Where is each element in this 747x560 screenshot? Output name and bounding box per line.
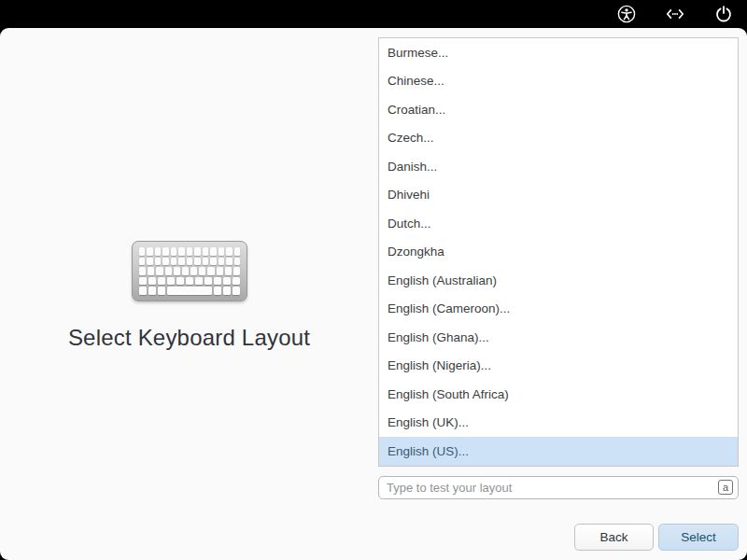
page-title: Select Keyboard Layout <box>0 325 378 351</box>
keyboard-layout-list[interactable]: Burmese... Chinese... Croatian... Czech.… <box>378 37 739 467</box>
list-item[interactable]: Czech... <box>379 124 738 153</box>
list-item[interactable]: Dzongkha <box>379 238 738 267</box>
list-item[interactable]: Danish... <box>379 152 738 181</box>
list-item[interactable]: English (Ghana)... <box>379 323 738 352</box>
back-button[interactable]: Back <box>574 524 654 551</box>
list-item[interactable]: English (South Africa) <box>379 380 738 409</box>
layout-test-input[interactable] <box>378 476 739 499</box>
list-item[interactable]: English (UK)... <box>379 409 738 438</box>
left-panel: Select Keyboard Layout <box>0 28 378 560</box>
list-item[interactable]: English (Australian) <box>379 266 738 295</box>
keyboard-preview-icon[interactable]: a <box>718 480 733 495</box>
top-bar <box>0 0 747 28</box>
list-item[interactable]: Dutch... <box>379 209 738 238</box>
input-source-icon[interactable] <box>665 4 685 24</box>
list-item[interactable]: Dhivehi <box>379 181 738 210</box>
select-button[interactable]: Select <box>658 524 739 551</box>
list-item-selected[interactable]: English (US)... <box>379 437 738 466</box>
accessibility-icon[interactable] <box>616 4 637 24</box>
list-item[interactable]: Croatian... <box>379 95 738 124</box>
keyboard-icon <box>132 241 247 301</box>
power-icon[interactable] <box>713 4 734 24</box>
test-entry-wrap: a <box>378 476 739 499</box>
keyboard-layout-window: Select Keyboard Layout Burmese... Chines… <box>0 28 747 560</box>
list-item[interactable]: Chinese... <box>379 67 738 96</box>
list-item[interactable]: English (Cameroon)... <box>379 295 738 324</box>
list-item[interactable]: Burmese... <box>379 38 738 67</box>
list-item[interactable]: English (Nigeria)... <box>379 352 738 381</box>
